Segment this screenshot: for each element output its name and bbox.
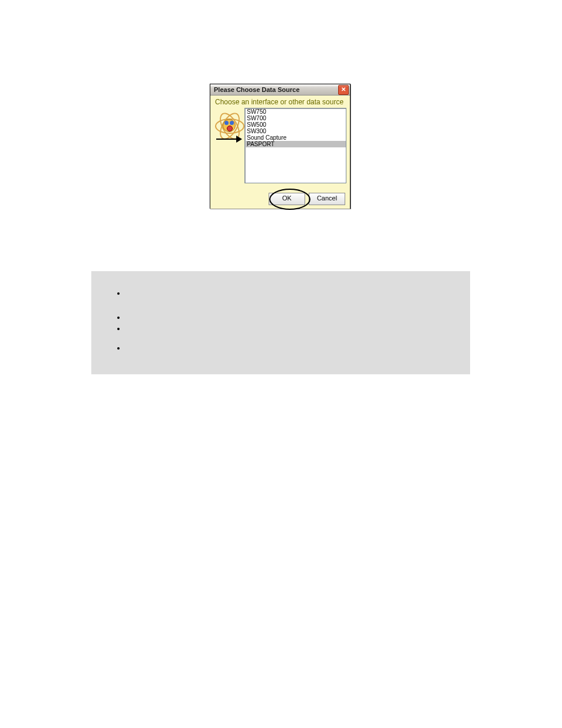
bullet-item [126,289,462,298]
list-item[interactable]: SW750 [245,108,346,115]
close-button[interactable]: ✕ [338,85,349,95]
dialog-body: Choose an interface or other data source… [210,95,350,209]
bullet-item [126,313,462,322]
list-item[interactable]: SW700 [245,115,346,121]
bullet-item [126,344,462,353]
close-icon: ✕ [341,87,346,93]
atom-mascot-icon [214,109,243,141]
list-item[interactable]: SW500 [245,121,346,128]
dialog-content-row: SW750 SW700 SW500 SW300 Sound Capture PA… [214,108,346,183]
list-item[interactable]: Sound Capture [245,134,346,141]
dialog-button-row: OK Cancel [269,193,345,205]
bullet-list [126,289,462,353]
arrow-icon [216,135,243,143]
instruction-panel-inner [99,271,462,374]
list-item-selected[interactable]: PASPORT [245,141,346,147]
ok-button[interactable]: OK [269,193,305,205]
dialog-titlebar[interactable]: Please Choose Data Source ✕ [210,84,350,95]
dialog-instruction: Choose an interface or other data source [215,98,346,106]
list-item[interactable]: SW300 [245,128,346,134]
dialog-title: Please Choose Data Source [214,86,338,93]
instruction-panel [91,271,470,374]
choose-data-source-dialog: Please Choose Data Source ✕ Choose an in… [210,84,351,209]
cancel-button[interactable]: Cancel [309,193,345,205]
bullet-item [126,324,462,333]
data-source-listbox[interactable]: SW750 SW700 SW500 SW300 Sound Capture PA… [244,108,346,183]
